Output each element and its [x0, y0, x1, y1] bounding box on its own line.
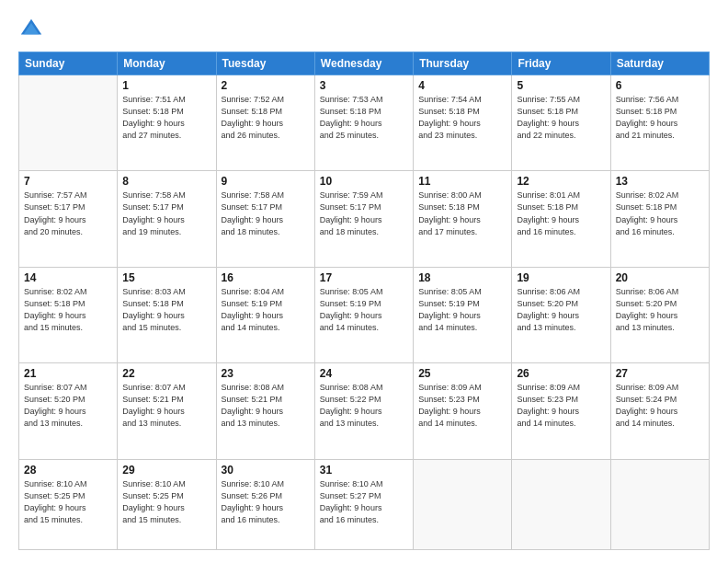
day-number: 23: [222, 367, 310, 380]
calendar-header: SundayMondayTuesdayWednesdayThursdayFrid…: [19, 52, 710, 75]
day-info: Sunrise: 7:53 AM Sunset: 5:18 PM Dayligh…: [320, 94, 408, 142]
day-number: 16: [222, 271, 310, 284]
day-number: 9: [222, 175, 310, 188]
week-row-4: 21Sunrise: 8:07 AM Sunset: 5:20 PM Dayli…: [19, 363, 710, 459]
calendar-cell: 10Sunrise: 7:59 AM Sunset: 5:17 PM Dayli…: [314, 171, 413, 267]
calendar-cell: [610, 459, 709, 549]
day-number: 26: [517, 367, 605, 380]
day-info: Sunrise: 7:57 AM Sunset: 5:17 PM Dayligh…: [24, 190, 112, 237]
day-info: Sunrise: 8:10 AM Sunset: 5:25 PM Dayligh…: [122, 478, 210, 526]
day-info: Sunrise: 8:08 AM Sunset: 5:21 PM Dayligh…: [222, 382, 310, 430]
calendar-cell: [512, 459, 610, 549]
day-info: Sunrise: 7:59 AM Sunset: 5:17 PM Dayligh…: [320, 190, 408, 237]
day-info: Sunrise: 7:54 AM Sunset: 5:18 PM Dayligh…: [418, 94, 506, 142]
logo-icon: [18, 17, 44, 42]
calendar-cell: 1Sunrise: 7:51 AM Sunset: 5:18 PM Daylig…: [118, 75, 216, 171]
day-number: 19: [517, 271, 605, 284]
day-number: 15: [122, 271, 210, 284]
week-row-3: 14Sunrise: 8:02 AM Sunset: 5:18 PM Dayli…: [19, 267, 710, 362]
day-info: Sunrise: 7:55 AM Sunset: 5:18 PM Dayligh…: [517, 94, 605, 142]
calendar-cell: 9Sunrise: 7:58 AM Sunset: 5:17 PM Daylig…: [216, 171, 314, 267]
day-number: 5: [517, 79, 605, 92]
page: SundayMondayTuesdayWednesdayThursdayFrid…: [0, 0, 728, 563]
day-number: 4: [418, 79, 506, 92]
calendar-cell: 26Sunrise: 8:09 AM Sunset: 5:23 PM Dayli…: [512, 363, 610, 459]
calendar-cell: 22Sunrise: 8:07 AM Sunset: 5:21 PM Dayli…: [118, 363, 216, 459]
day-info: Sunrise: 7:52 AM Sunset: 5:18 PM Dayligh…: [222, 94, 310, 142]
day-number: 11: [418, 175, 506, 188]
day-info: Sunrise: 8:07 AM Sunset: 5:21 PM Dayligh…: [122, 382, 210, 430]
day-info: Sunrise: 8:10 AM Sunset: 5:25 PM Dayligh…: [24, 478, 112, 526]
calendar-cell: 7Sunrise: 7:57 AM Sunset: 5:17 PM Daylig…: [19, 171, 118, 267]
day-info: Sunrise: 7:58 AM Sunset: 5:17 PM Dayligh…: [122, 190, 210, 237]
weekday-header-sunday: Sunday: [19, 52, 118, 75]
day-number: 8: [122, 175, 210, 188]
day-number: 2: [222, 79, 310, 92]
day-info: Sunrise: 8:05 AM Sunset: 5:19 PM Dayligh…: [418, 286, 506, 334]
day-info: Sunrise: 8:06 AM Sunset: 5:20 PM Dayligh…: [616, 286, 704, 334]
day-info: Sunrise: 8:09 AM Sunset: 5:24 PM Dayligh…: [616, 382, 704, 430]
calendar-cell: 18Sunrise: 8:05 AM Sunset: 5:19 PM Dayli…: [414, 267, 512, 362]
day-number: 31: [320, 464, 408, 477]
calendar-cell: 19Sunrise: 8:06 AM Sunset: 5:20 PM Dayli…: [512, 267, 610, 362]
day-number: 10: [320, 175, 408, 188]
calendar-cell: 20Sunrise: 8:06 AM Sunset: 5:20 PM Dayli…: [610, 267, 709, 362]
header: [18, 17, 710, 42]
calendar-cell: 15Sunrise: 8:03 AM Sunset: 5:18 PM Dayli…: [118, 267, 216, 362]
day-info: Sunrise: 7:51 AM Sunset: 5:18 PM Dayligh…: [122, 94, 210, 142]
day-number: 20: [616, 271, 704, 284]
weekday-header-friday: Friday: [512, 52, 610, 75]
calendar-cell: 29Sunrise: 8:10 AM Sunset: 5:25 PM Dayli…: [118, 459, 216, 549]
weekday-header-row: SundayMondayTuesdayWednesdayThursdayFrid…: [19, 52, 710, 75]
calendar-cell: 6Sunrise: 7:56 AM Sunset: 5:18 PM Daylig…: [610, 75, 709, 171]
day-info: Sunrise: 8:02 AM Sunset: 5:18 PM Dayligh…: [24, 286, 112, 334]
day-info: Sunrise: 8:00 AM Sunset: 5:18 PM Dayligh…: [418, 190, 506, 237]
day-number: 18: [418, 271, 506, 284]
calendar-cell: 21Sunrise: 8:07 AM Sunset: 5:20 PM Dayli…: [19, 363, 118, 459]
day-number: 1: [122, 79, 210, 92]
calendar-cell: 4Sunrise: 7:54 AM Sunset: 5:18 PM Daylig…: [414, 75, 512, 171]
calendar-cell: 27Sunrise: 8:09 AM Sunset: 5:24 PM Dayli…: [610, 363, 709, 459]
calendar-cell: 5Sunrise: 7:55 AM Sunset: 5:18 PM Daylig…: [512, 75, 610, 171]
day-number: 28: [24, 464, 112, 477]
day-info: Sunrise: 8:05 AM Sunset: 5:19 PM Dayligh…: [320, 286, 408, 334]
day-info: Sunrise: 8:07 AM Sunset: 5:20 PM Dayligh…: [24, 382, 112, 430]
logo: [18, 17, 48, 42]
day-number: 21: [24, 367, 112, 380]
day-info: Sunrise: 8:09 AM Sunset: 5:23 PM Dayligh…: [517, 382, 605, 430]
calendar-cell: 3Sunrise: 7:53 AM Sunset: 5:18 PM Daylig…: [314, 75, 413, 171]
calendar-cell: 16Sunrise: 8:04 AM Sunset: 5:19 PM Dayli…: [216, 267, 314, 362]
day-number: 7: [24, 175, 112, 188]
day-number: 13: [616, 175, 704, 188]
calendar-cell: 14Sunrise: 8:02 AM Sunset: 5:18 PM Dayli…: [19, 267, 118, 362]
day-number: 17: [320, 271, 408, 284]
day-info: Sunrise: 8:04 AM Sunset: 5:19 PM Dayligh…: [222, 286, 310, 334]
day-number: 25: [418, 367, 506, 380]
day-number: 24: [320, 367, 408, 380]
calendar-cell: 31Sunrise: 8:10 AM Sunset: 5:27 PM Dayli…: [314, 459, 413, 549]
day-info: Sunrise: 7:56 AM Sunset: 5:18 PM Dayligh…: [616, 94, 704, 142]
calendar-cell: 12Sunrise: 8:01 AM Sunset: 5:18 PM Dayli…: [512, 171, 610, 267]
week-row-2: 7Sunrise: 7:57 AM Sunset: 5:17 PM Daylig…: [19, 171, 710, 267]
day-number: 27: [616, 367, 704, 380]
calendar: SundayMondayTuesdayWednesdayThursdayFrid…: [18, 52, 710, 550]
weekday-header-tuesday: Tuesday: [216, 52, 314, 75]
day-number: 6: [616, 79, 704, 92]
calendar-cell: 8Sunrise: 7:58 AM Sunset: 5:17 PM Daylig…: [118, 171, 216, 267]
calendar-cell: [19, 75, 118, 171]
calendar-cell: [414, 459, 512, 549]
calendar-cell: 13Sunrise: 8:02 AM Sunset: 5:18 PM Dayli…: [610, 171, 709, 267]
week-row-1: 1Sunrise: 7:51 AM Sunset: 5:18 PM Daylig…: [19, 75, 710, 171]
calendar-cell: 17Sunrise: 8:05 AM Sunset: 5:19 PM Dayli…: [314, 267, 413, 362]
calendar-cell: 23Sunrise: 8:08 AM Sunset: 5:21 PM Dayli…: [216, 363, 314, 459]
day-number: 12: [517, 175, 605, 188]
weekday-header-wednesday: Wednesday: [314, 52, 413, 75]
day-info: Sunrise: 8:10 AM Sunset: 5:27 PM Dayligh…: [320, 478, 408, 526]
calendar-cell: 30Sunrise: 8:10 AM Sunset: 5:26 PM Dayli…: [216, 459, 314, 549]
day-info: Sunrise: 8:10 AM Sunset: 5:26 PM Dayligh…: [222, 478, 310, 526]
day-info: Sunrise: 8:09 AM Sunset: 5:23 PM Dayligh…: [418, 382, 506, 430]
day-info: Sunrise: 8:03 AM Sunset: 5:18 PM Dayligh…: [122, 286, 210, 334]
calendar-cell: 24Sunrise: 8:08 AM Sunset: 5:22 PM Dayli…: [314, 363, 413, 459]
day-info: Sunrise: 7:58 AM Sunset: 5:17 PM Dayligh…: [222, 190, 310, 237]
day-info: Sunrise: 8:02 AM Sunset: 5:18 PM Dayligh…: [616, 190, 704, 237]
